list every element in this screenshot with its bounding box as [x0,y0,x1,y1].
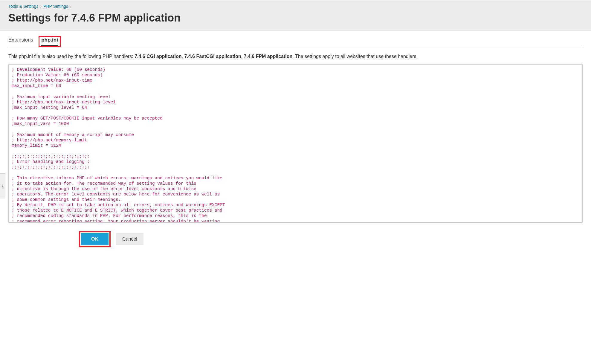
tab-phpini[interactable]: php.ini [41,37,58,46]
page-header: Tools & Settings › PHP Settings › Settin… [0,0,591,30]
breadcrumb-tools-settings[interactable]: Tools & Settings [8,4,38,9]
info-text: This php.ini file is also used by the fo… [8,53,583,60]
handler-fpm: 7.4.6 FPM application [244,54,293,59]
chevron-right-icon: › [40,4,42,9]
tab-extensions[interactable]: Extensions [8,37,33,46]
ok-button[interactable]: OK [81,233,109,245]
page-title: Settings for 7.4.6 FPM application [8,12,583,24]
chevron-right-icon: › [70,4,71,9]
handler-cgi: 7.4.6 CGI application [135,54,181,59]
breadcrumb: Tools & Settings › PHP Settings › [8,4,583,9]
cancel-button[interactable]: Cancel [116,233,143,245]
sidebar-toggle[interactable]: ‹ [0,173,5,198]
breadcrumb-php-settings[interactable]: PHP Settings [43,4,68,9]
handler-fastcgi: 7.4.6 FastCGI application [184,54,241,59]
info-suffix: . The settings apply to all websites tha… [292,54,418,59]
info-prefix: This php.ini file is also used by the fo… [8,54,135,59]
phpini-editor[interactable]: ; Development Value: 60 (60 seconds) ; P… [8,64,583,223]
tabs: Extensions php.ini [8,30,583,46]
chevron-left-icon: ‹ [2,183,3,188]
highlight-box: php.ini [39,36,61,47]
button-row: OK Cancel [79,231,583,247]
content-area: Extensions php.ini This php.ini file is … [0,30,591,253]
highlight-box-ok: OK [79,231,111,247]
